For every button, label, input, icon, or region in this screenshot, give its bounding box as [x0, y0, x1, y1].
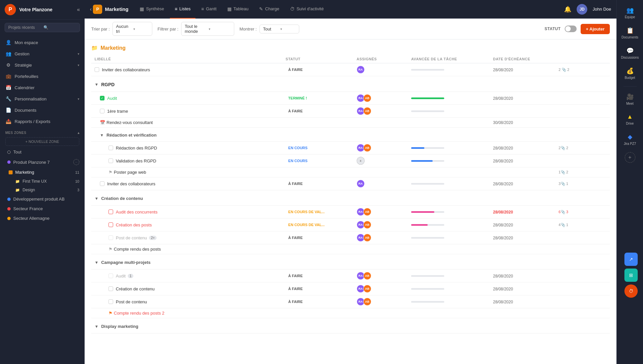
- plus-icon: +: [360, 159, 362, 163]
- task-assignes-cell: [353, 308, 408, 318]
- task-checkbox[interactable]: [108, 210, 113, 214]
- chevron-down-icon[interactable]: ▼: [95, 196, 99, 201]
- user-name[interactable]: John Doe: [593, 7, 611, 12]
- task-extra-cell: 6📎 3: [555, 206, 610, 218]
- sidebar-item-strategie[interactable]: ⚙ Stratégie ▾: [0, 59, 85, 71]
- trier-group: Trier par : Aucun tri ▾: [91, 22, 152, 36]
- sub-item-badge: 10: [75, 179, 79, 183]
- chevron-down-icon[interactable]: ▼: [100, 133, 104, 138]
- sidebar-subitem-design[interactable]: 📁 Design 3: [0, 186, 85, 194]
- task-progress-cell: [408, 92, 490, 105]
- nouvelle-zone-button[interactable]: + NOUVELLE ZONE: [5, 137, 79, 146]
- task-checkbox[interactable]: [108, 299, 113, 304]
- extra-info: 6📎 3: [558, 210, 607, 214]
- task-checkbox[interactable]: [108, 286, 113, 291]
- folder-icon: 📁: [15, 188, 20, 192]
- tab-gantt[interactable]: ≡ Gantt: [197, 0, 221, 19]
- sidebar-collapse-btn[interactable]: «: [77, 7, 80, 13]
- task-progress-cell: [408, 218, 490, 231]
- dock-item-discussions[interactable]: 💬 Discussions: [617, 44, 643, 63]
- dock-item-documents[interactable]: 📋 Documents: [617, 24, 643, 42]
- top-navigation: ‹ P Marketing ▦ Synthèse ≡ Listes ≡ Gant…: [85, 0, 616, 19]
- tab-synthese[interactable]: ▦ Synthèse: [135, 0, 169, 19]
- nav-right-area: 🔔 JD John Doe: [564, 4, 611, 15]
- sidebar-item-documents[interactable]: 📄 Documents: [0, 104, 85, 116]
- back-btn[interactable]: ‹: [90, 6, 92, 12]
- sidebar-item-personnalisation[interactable]: 🔧 Personnalisation ▾: [0, 93, 85, 104]
- sidebar-item-portefeuilles[interactable]: 💼 Portefeuilles: [0, 71, 85, 82]
- date-text: 30/08/2020: [493, 120, 513, 125]
- tab-charge[interactable]: ✎ Charge: [254, 0, 284, 19]
- float-action-btn-2[interactable]: ⊞: [624, 269, 638, 282]
- sidebar-item-secteur-allemagne[interactable]: Secteur Allemagne: [0, 213, 85, 223]
- chevron-down-icon: ▾: [209, 27, 231, 31]
- sidebar-item-tout[interactable]: Tout: [0, 147, 85, 157]
- user-avatar[interactable]: JD: [577, 4, 587, 15]
- statut-toggle[interactable]: [565, 26, 577, 32]
- subtask-badge: 1: [128, 274, 134, 278]
- dock-item-drive[interactable]: ▲ Drive: [617, 110, 643, 129]
- sidebar-item-gestion[interactable]: 👥 Gestion ▾: [0, 48, 85, 59]
- task-assignes-cell: [353, 167, 408, 177]
- chevron-up-icon[interactable]: ▴: [78, 131, 80, 135]
- montrer-group: Montrer : Tout ▾: [240, 25, 299, 33]
- avatar: RA: [357, 180, 365, 188]
- sidebar-item-rapports[interactable]: 📤 Rapports / Exports: [0, 116, 85, 127]
- sub-item-label: Design: [23, 188, 75, 192]
- chevron-down-icon[interactable]: ▼: [95, 260, 99, 265]
- task-checkbox[interactable]: [108, 222, 113, 227]
- main-area: ‹ P Marketing ▦ Synthèse ≡ Listes ≡ Gant…: [85, 0, 616, 364]
- date-text: 28/08/2020: [493, 287, 513, 291]
- dock-item-jira[interactable]: ◆ Jira PZ7: [617, 130, 643, 149]
- sidebar-subitem-first-time-ux[interactable]: 📁 First Time UX 10: [0, 177, 85, 186]
- task-checkbox[interactable]: [108, 273, 113, 278]
- dock-item-equipe[interactable]: 👥 Equipe: [617, 3, 643, 22]
- dock-item-budget[interactable]: 💰 Budget: [617, 64, 643, 83]
- tab-listes[interactable]: ≡ Listes: [170, 0, 195, 19]
- chevron-down-icon[interactable]: ▼: [95, 324, 99, 329]
- task-statut-cell: [282, 167, 353, 177]
- tout-icon: [7, 151, 11, 154]
- tab-label: Listes: [179, 6, 191, 11]
- subgroup-header: ▼ Rédaction et vérification: [100, 130, 607, 139]
- task-checkbox[interactable]: [108, 158, 113, 163]
- chevron-down-icon: ▾: [280, 27, 296, 31]
- sidebar-item-secteur-france[interactable]: Secteur France: [0, 204, 85, 213]
- add-button[interactable]: + Ajouter: [581, 24, 610, 34]
- dock-add-button[interactable]: +: [625, 152, 635, 163]
- float-action-btn-1[interactable]: ↗: [624, 253, 638, 266]
- task-checkbox[interactable]: [108, 146, 113, 150]
- projects-recent-dropdown[interactable]: Projets récents 🔍: [5, 23, 80, 32]
- avatar: AB: [363, 144, 371, 152]
- task-checkbox[interactable]: [100, 181, 105, 186]
- montrer-select[interactable]: Tout ▾: [259, 25, 299, 33]
- task-checkbox[interactable]: [95, 67, 99, 72]
- zone-options-btn[interactable]: ···: [73, 159, 79, 165]
- sidebar-item-calendrier[interactable]: 📅 Calendrier: [0, 82, 85, 93]
- chevron-down-icon[interactable]: ▼: [95, 82, 99, 87]
- notifications-bell-icon[interactable]: 🔔: [564, 6, 571, 13]
- date-text: 28/08/2020: [493, 236, 513, 240]
- task-checkbox[interactable]: [100, 109, 105, 113]
- float-timer-btn[interactable]: ⏱: [624, 284, 638, 298]
- filtrer-select[interactable]: Tout le monde ▾: [181, 22, 234, 36]
- sidebar-item-produit-planzone[interactable]: Produit Planzone 7 ···: [0, 157, 85, 167]
- tab-suivi[interactable]: ⏱ Suivi d'activité: [285, 0, 328, 19]
- sidebar-item-dev-produit[interactable]: Développement produit AB: [0, 194, 85, 204]
- task-label-cell: Validation des RGPD: [91, 154, 282, 167]
- task-date-cell: 28/08/2020: [490, 177, 555, 190]
- task-checkbox-done[interactable]: [100, 96, 105, 100]
- task-progress-cell: [408, 105, 490, 118]
- progress-bar: [411, 237, 444, 239]
- tab-tableau[interactable]: ▦ Tableau: [223, 0, 253, 19]
- task-assignes-cell: RA AB: [353, 231, 408, 244]
- mon-espace-icon: 👤: [5, 40, 11, 45]
- sidebar-item-mon-espace[interactable]: 👤 Mon espace: [0, 37, 85, 48]
- nav-tabs: ▦ Synthèse ≡ Listes ≡ Gantt ▦ Tableau ✎ …: [135, 0, 564, 19]
- dock-item-meet[interactable]: 🎥 Meet: [617, 90, 643, 109]
- trier-select[interactable]: Aucun tri ▾: [112, 22, 152, 36]
- avatar: AB: [363, 272, 371, 280]
- sidebar-project-marketing[interactable]: Marketing 11: [0, 167, 85, 177]
- avatar-group: +: [357, 157, 405, 165]
- task-checkbox[interactable]: [108, 235, 113, 240]
